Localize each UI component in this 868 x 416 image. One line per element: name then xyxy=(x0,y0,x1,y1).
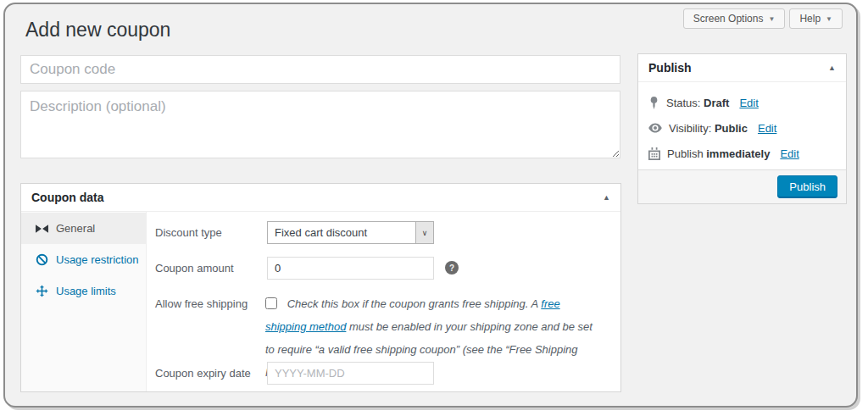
free-shipping-label: Allow free shipping xyxy=(155,297,248,310)
expiry-date-label: Coupon expiry date xyxy=(155,367,251,380)
coupon-data-header: Coupon data ▲ xyxy=(21,184,620,212)
free-shipping-text-before: Check this box if the coupon grants free… xyxy=(287,297,542,310)
publish-button[interactable]: Publish xyxy=(777,175,837,198)
tab-usage-limits[interactable]: Usage limits xyxy=(21,275,146,307)
coupon-data-panel: Coupon data ▲ General Usage restriction xyxy=(20,183,621,392)
tab-general[interactable]: General xyxy=(21,213,146,244)
tab-general-label: General xyxy=(56,222,95,235)
coupon-amount-input[interactable] xyxy=(267,257,434,280)
visibility-row: Visibility: Public Edit xyxy=(648,115,836,141)
free-shipping-checkbox[interactable] xyxy=(265,297,277,309)
help-label: Help xyxy=(799,13,821,25)
tab-usage-restriction[interactable]: Usage restriction xyxy=(21,244,146,275)
no-entry-icon xyxy=(36,253,48,266)
coupon-data-tabs: General Usage restriction Usage limits xyxy=(21,212,147,391)
expiry-date-input[interactable] xyxy=(267,362,434,385)
screen-meta-links: Screen Options ▼ Help ▼ xyxy=(683,8,843,29)
coupon-amount-label: Coupon amount xyxy=(155,262,234,275)
coupon-data-fields: Discount type Fixed cart discount ∨ Coup… xyxy=(147,212,620,391)
coupon-data-body: General Usage restriction Usage limits D… xyxy=(21,212,620,391)
chevron-down-icon: ▼ xyxy=(826,15,832,23)
schedule-text: Publish immediately xyxy=(667,147,770,160)
tab-usage-limits-label: Usage limits xyxy=(56,285,116,297)
help-tip-icon[interactable]: ? xyxy=(445,261,459,275)
coupon-code-input[interactable] xyxy=(20,55,620,84)
description-textarea[interactable] xyxy=(20,91,620,158)
visibility-text: Visibility: Public xyxy=(669,122,748,135)
schedule-value: immediately xyxy=(706,147,770,160)
pin-icon xyxy=(648,97,659,109)
eye-icon xyxy=(648,123,662,133)
calendar-icon xyxy=(648,147,660,160)
status-value: Draft xyxy=(704,97,729,109)
edit-visibility-link[interactable]: Edit xyxy=(758,122,776,135)
select-dropdown-icon: ∨ xyxy=(415,222,433,243)
coupon-data-title: Coupon data xyxy=(31,191,104,204)
edit-status-link[interactable]: Edit xyxy=(739,97,758,109)
chevron-down-icon: ▼ xyxy=(768,15,775,23)
collapse-arrow-icon[interactable]: ▲ xyxy=(603,194,610,202)
publish-title: Publish xyxy=(648,61,692,75)
plus-cross-icon xyxy=(36,285,48,297)
discount-type-value: Fixed cart discount xyxy=(268,226,415,239)
screen-options-button[interactable]: Screen Options ▼ xyxy=(683,8,786,29)
collapse-arrow-icon[interactable]: ▲ xyxy=(828,64,836,72)
bowtie-icon xyxy=(36,225,48,233)
discount-type-label: Discount type xyxy=(155,226,222,239)
screen-options-label: Screen Options xyxy=(693,13,764,25)
schedule-row: Publish immediately Edit xyxy=(648,141,836,166)
tab-usage-restriction-label: Usage restriction xyxy=(56,253,139,266)
edit-schedule-link[interactable]: Edit xyxy=(780,147,798,160)
publish-panel: Publish ▲ Status: Draft Edit Visibility:… xyxy=(637,53,847,204)
visibility-value: Public xyxy=(715,122,748,135)
page-title: Add new coupon xyxy=(25,19,170,42)
publish-rows: Status: Draft Edit Visibility: Public Ed… xyxy=(638,82,846,166)
status-row: Status: Draft Edit xyxy=(648,90,836,115)
admin-page-frame: Screen Options ▼ Help ▼ Add new coupon C… xyxy=(3,3,858,408)
status-text: Status: Draft xyxy=(666,97,729,109)
publish-footer: Publish xyxy=(638,169,846,203)
help-button[interactable]: Help ▼ xyxy=(789,8,843,29)
publish-header: Publish ▲ xyxy=(638,54,846,82)
discount-type-select[interactable]: Fixed cart discount ∨ xyxy=(267,221,434,244)
